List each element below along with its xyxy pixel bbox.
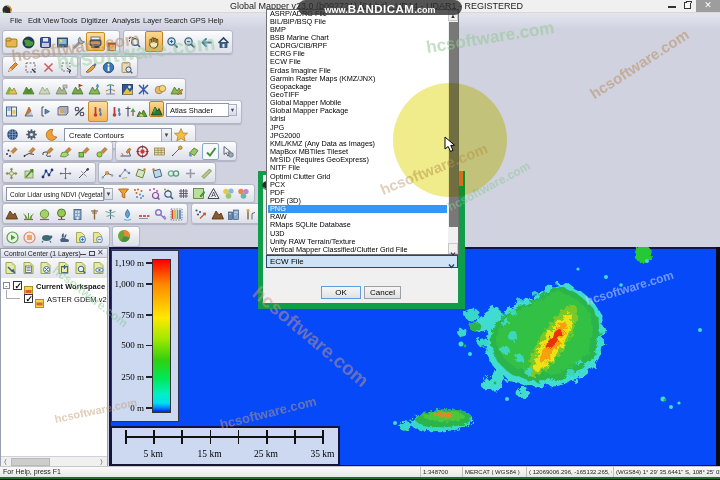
svg-text:A: A — [211, 191, 216, 198]
